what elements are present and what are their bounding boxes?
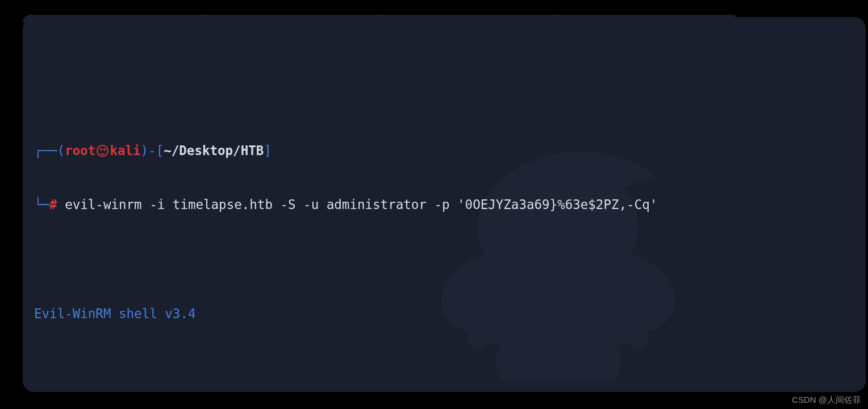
prompt-corner-bottom: └─	[34, 197, 49, 212]
terminal-window[interactable]: ┌──(rootkali)-[~/Desktop/HTB] └─# evil-w…	[23, 17, 866, 392]
prompt-corner-top: ┌──(	[34, 143, 65, 158]
prompt-hash: #	[49, 197, 57, 212]
prompt-sep2: ]	[264, 143, 272, 158]
terminal-output: ┌──(rootkali)-[~/Desktop/HTB] └─# evil-w…	[34, 106, 854, 392]
watermark: CSDN @人间佐菲	[792, 394, 861, 406]
prompt-host: kali	[110, 143, 140, 158]
prompt-path: ~/Desktop/HTB	[164, 143, 264, 158]
banner: Evil-WinRM shell v3.4	[34, 306, 195, 321]
prompt-sep1: )-[	[141, 143, 164, 158]
command-text: evil-winrm -i timelapse.htb -S -u admini…	[65, 197, 657, 212]
skull-icon	[97, 145, 108, 157]
prompt-user: root	[65, 143, 95, 158]
